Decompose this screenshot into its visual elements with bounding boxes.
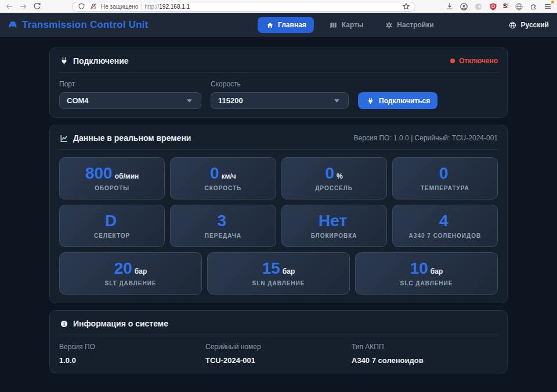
extensions-puzzle-icon[interactable]	[529, 2, 538, 11]
info-value: TCU-2024-001	[205, 356, 352, 365]
metric-unit: бар	[431, 267, 443, 275]
plug-icon	[366, 96, 375, 106]
metric-value: 3	[218, 213, 227, 229]
firmware-serial-meta: Версия ПО: 1.0.0 | Серийный: TCU-2024-00…	[354, 134, 498, 142]
panel-title: Информация о системе	[73, 319, 168, 328]
metric-card-throttle: 0% ДРОССЕЛЬ	[281, 157, 387, 199]
nav-tab-label: Карты	[342, 21, 363, 29]
info-label: Версия ПО	[59, 343, 205, 351]
forward-icon[interactable]	[19, 2, 28, 11]
url-host: 192.168.1.1	[159, 3, 190, 10]
nav-tab-label: Главная	[278, 21, 306, 29]
gear-icon	[384, 20, 393, 30]
pressure-card-sln: 15бар SLN ДАВЛЕНИЕ	[207, 252, 350, 295]
metric-value: 0	[325, 165, 335, 182]
disabled-extension-icon[interactable]	[474, 2, 483, 11]
connection-status: Отключено	[450, 57, 498, 65]
metric-card-temperature: 0 ТЕМПЕРАТУРА	[392, 157, 498, 199]
security-label: Не защищено	[101, 3, 138, 10]
system-info-panel: Информация о системе Версия ПО 1.0.0 Сер…	[49, 310, 508, 373]
info-field-firmware: Версия ПО 1.0.0	[59, 343, 205, 365]
metric-label: А340 7 СОЛЕНОИДОВ	[409, 233, 482, 239]
plug-icon	[59, 56, 68, 66]
download-icon[interactable]	[445, 2, 454, 11]
url-bar[interactable]: Не защищено http://192.168.1.1	[72, 2, 415, 12]
divider	[59, 149, 498, 150]
brand: Transmission Control Unit	[8, 19, 149, 31]
metric-value: 10	[410, 260, 428, 277]
metric-value: 0	[439, 165, 449, 182]
pressure-card-slt: 20бар SLT ДАВЛЕНИЕ	[59, 252, 202, 295]
metric-label: СЕЛЕКТОР	[94, 233, 130, 239]
s-extension-icon[interactable]: S!	[503, 3, 509, 9]
map-icon	[329, 20, 338, 30]
metric-card-gear: 3 ПЕРЕДАЧА	[170, 205, 276, 247]
url-text[interactable]: http://192.168.1.1	[144, 3, 399, 10]
chart-line-icon	[59, 133, 68, 143]
account-icon[interactable]	[460, 2, 469, 11]
metric-value: 4	[439, 213, 449, 229]
metric-card-speed: 0км/ч СКОРОСТЬ	[170, 157, 276, 199]
nav-tab-label: Настройки	[397, 21, 433, 29]
info-value: 1.0.0	[59, 356, 205, 365]
metric-value: 800	[85, 165, 113, 182]
adblock-shield-icon[interactable]	[489, 2, 498, 11]
metric-label: ОБОРОТЫ	[95, 185, 129, 191]
main-nav: Главная Карты Настройки	[258, 17, 440, 33]
metric-label: ТЕМПЕРАТУРА	[421, 185, 469, 191]
panel-title: Подключение	[73, 56, 129, 66]
status-label: Отключено	[459, 57, 498, 65]
divider	[59, 335, 498, 335]
baud-value: 115200	[218, 96, 332, 105]
insecure-lock-icon[interactable]	[89, 2, 98, 11]
reload-icon[interactable]	[32, 2, 42, 11]
page-title: Transmission Control Unit	[22, 19, 149, 31]
language-switcher[interactable]: Русский	[508, 20, 549, 30]
port-value: COM4	[67, 96, 185, 105]
metric-unit: об/мин	[115, 172, 139, 180]
nav-tab-home[interactable]: Главная	[258, 17, 314, 33]
bookmark-star-icon[interactable]	[402, 2, 411, 11]
menu-hamburger-icon[interactable]	[543, 2, 552, 11]
app-header: Transmission Control Unit Главная Карты …	[0, 13, 557, 37]
connect-button-label: Подключиться	[379, 97, 430, 105]
metric-card-selector: D СЕЛЕКТОР	[59, 205, 165, 247]
metric-card-rpm: 800об/мин ОБОРОТЫ	[59, 157, 165, 199]
nav-tab-maps[interactable]: Карты	[323, 17, 369, 33]
main-content: Подключение Отключено Порт COM4 Скорость	[49, 48, 508, 373]
nav-tab-settings[interactable]: Настройки	[378, 17, 439, 33]
metric-unit: бар	[135, 267, 147, 275]
info-field-transmission-type: Тип АКПП А340 7 соленоидов	[352, 343, 498, 365]
chevron-down-icon	[185, 96, 194, 106]
connection-panel: Подключение Отключено Порт COM4 Скорость	[49, 48, 508, 118]
status-dot-icon	[450, 59, 455, 63]
baud-select[interactable]: 115200	[211, 92, 349, 109]
realtime-panel: Данные в реальном времени Версия ПО: 1.0…	[49, 125, 508, 303]
metric-label: SLT ДАВЛЕНИЕ	[104, 280, 156, 286]
metric-card-lockup: Нет БЛОКИРОВКА	[281, 205, 387, 247]
metric-label: SLN ДАВЛЕНИЕ	[252, 280, 305, 286]
notification-dot	[551, 1, 554, 3]
globe-icon	[508, 20, 518, 30]
port-select[interactable]: COM4	[59, 92, 201, 109]
home-icon	[265, 20, 274, 30]
connect-button[interactable]: Подключиться	[358, 92, 437, 109]
metric-unit: бар	[283, 267, 295, 275]
metric-label: ПЕРЕДАЧА	[205, 233, 241, 239]
metric-value: 20	[114, 260, 132, 277]
metric-label: SLC ДАВЛЕНИЕ	[400, 280, 453, 286]
metric-unit: км/ч	[222, 172, 236, 180]
metric-unit: %	[337, 172, 343, 180]
tracking-shield-icon[interactable]	[77, 2, 86, 11]
car-icon	[8, 20, 17, 30]
browser-toolbar: Не защищено http://192.168.1.1 S!	[0, 0, 557, 13]
chevron-down-icon	[332, 96, 341, 106]
globe-extension-icon[interactable]	[514, 2, 523, 11]
browser-extension-area: S!	[445, 2, 552, 11]
baud-label: Скорость	[211, 80, 349, 88]
back-icon[interactable]	[5, 2, 14, 11]
metric-label: СКОРОСТЬ	[205, 185, 242, 191]
metric-value: Нет	[319, 213, 347, 229]
divider	[59, 72, 498, 72]
urlbar-separator	[141, 3, 142, 10]
